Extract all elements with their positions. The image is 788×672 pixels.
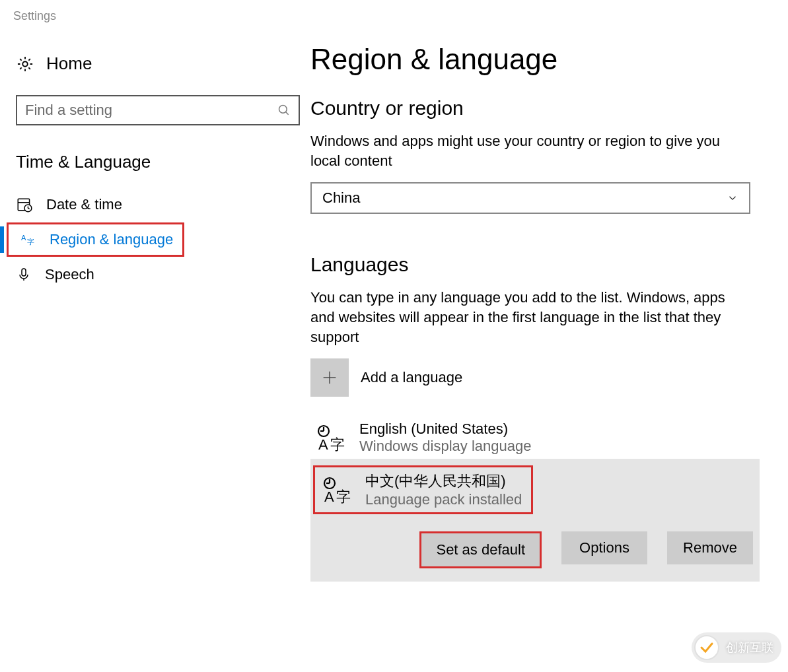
language-name: English (United States)	[359, 420, 532, 438]
svg-rect-10	[22, 269, 26, 276]
svg-text:字: 字	[330, 436, 345, 452]
svg-text:字: 字	[27, 238, 34, 246]
language-item-english[interactable]: A 字 English (United States) Windows disp…	[310, 417, 781, 459]
language-sub: Language pack installed	[365, 491, 522, 508]
watermark: 创新互联	[692, 632, 781, 663]
sidebar-item-region-language[interactable]: A 字 Region & language	[0, 222, 310, 257]
language-icon: A 字	[20, 232, 36, 248]
highlight-box: A 字 中文(中华人民共和国) Language pack installed	[313, 465, 533, 514]
svg-point-1	[279, 106, 287, 114]
svg-point-0	[22, 61, 27, 66]
set-default-button[interactable]: Set as default	[421, 533, 540, 566]
svg-text:A: A	[324, 488, 334, 504]
add-language-button[interactable]: Add a language	[310, 358, 781, 397]
chevron-down-icon	[727, 192, 738, 204]
language-glyph-icon: A 字	[313, 423, 347, 452]
highlight-box: A 字 Region & language	[7, 222, 184, 257]
gear-icon	[16, 55, 34, 73]
svg-line-2	[286, 112, 289, 115]
nav-group-header: Time & Language	[0, 152, 310, 187]
svg-text:字: 字	[336, 488, 351, 504]
country-description: Windows and apps might use your country …	[310, 131, 746, 170]
country-selected-value: China	[322, 189, 360, 207]
language-item-chinese-selected: A 字 中文(中华人民共和国) Language pack installed …	[310, 459, 760, 582]
add-language-label: Add a language	[361, 369, 462, 386]
language-action-row: Set as default Options Remove	[317, 514, 753, 568]
watermark-text: 创新互联	[726, 640, 773, 655]
search-icon	[277, 104, 291, 117]
sidebar-item-label: Date & time	[46, 196, 122, 213]
language-sub: Windows display language	[359, 438, 532, 455]
svg-text:A: A	[318, 436, 328, 452]
country-dropdown[interactable]: China	[310, 182, 750, 214]
home-label: Home	[46, 53, 92, 74]
sidebar: Home Time & Language	[0, 28, 310, 667]
remove-button[interactable]: Remove	[667, 531, 753, 564]
sidebar-item-date-time[interactable]: Date & time	[0, 187, 310, 222]
svg-text:A: A	[21, 234, 26, 242]
watermark-logo-icon	[694, 635, 719, 660]
language-item-chinese[interactable]: A 字 中文(中华人民共和国) Language pack installed	[319, 471, 522, 508]
languages-heading: Languages	[310, 253, 781, 276]
plus-icon	[310, 358, 349, 397]
svg-line-7	[28, 208, 29, 209]
country-heading: Country or region	[310, 97, 781, 119]
sidebar-item-label: Region & language	[50, 231, 173, 248]
microphone-icon	[16, 267, 32, 283]
calendar-clock-icon	[16, 196, 33, 213]
sidebar-item-speech[interactable]: Speech	[0, 257, 310, 292]
home-button[interactable]: Home	[0, 47, 310, 81]
options-button[interactable]: Options	[561, 531, 647, 564]
content: Region & language Country or region Wind…	[310, 28, 788, 667]
window-title: Settings	[0, 0, 788, 28]
sidebar-item-label: Speech	[45, 266, 94, 283]
language-glyph-icon: A 字	[319, 475, 353, 504]
language-name: 中文(中华人民共和国)	[365, 471, 522, 491]
search-field[interactable]	[25, 102, 277, 119]
page-title: Region & language	[310, 43, 781, 76]
languages-description: You can type in any language you add to …	[310, 288, 746, 347]
highlight-box: Set as default	[419, 531, 542, 568]
search-input[interactable]	[16, 95, 300, 125]
